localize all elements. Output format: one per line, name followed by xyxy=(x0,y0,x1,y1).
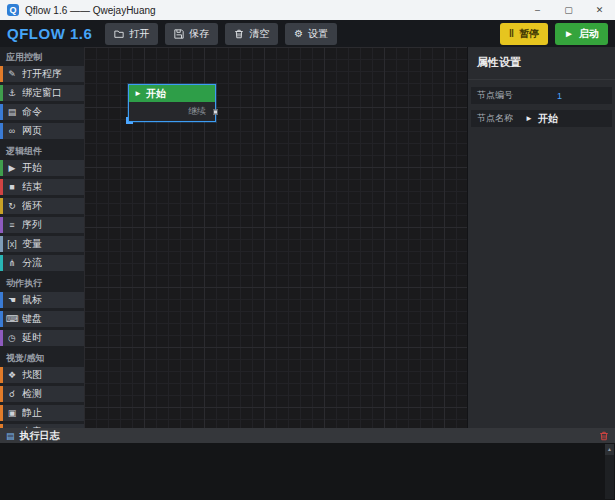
sidebar-item-label: 分流 xyxy=(22,256,42,270)
log-output[interactable]: ▲ xyxy=(0,443,615,500)
folder-open-icon xyxy=(114,29,124,39)
properties-panel-title: 属性设置 xyxy=(468,53,615,80)
pause-button[interactable]: ‖ 暂停 xyxy=(500,23,548,45)
properties-panel: 属性设置 节点编号 1 节点名称 ► 开始 xyxy=(467,47,615,428)
clear-log-button[interactable] xyxy=(599,431,609,441)
settings-button-label: 设置 xyxy=(308,27,328,41)
window-controls: – ▢ ✕ xyxy=(522,0,615,20)
node-id-label: 节点编号 xyxy=(477,89,513,102)
node-id-value: 1 xyxy=(557,91,562,101)
save-icon xyxy=(174,29,184,39)
sidebar-item-label: 打开程序 xyxy=(22,67,62,81)
sidebar-item-label: 循环 xyxy=(22,199,42,213)
toolbar: QFLOW 1.6 打开 保存 清空 ⚙ 设置 ‖ 暂停 xyxy=(0,20,615,47)
clear-button[interactable]: 清空 xyxy=(225,23,278,45)
list-icon: ≡ xyxy=(6,220,18,230)
sidebar-item-label: 检测 xyxy=(22,387,42,401)
settings-button[interactable]: ⚙ 设置 xyxy=(285,23,337,45)
mouse-pointer-icon: ☚ xyxy=(6,295,18,305)
component-sidebar: 应用控制 ✎ 打开程序 ⚓ 绑定窗口 ▤ 命令 ∞ 网页 逻辑组件 ▶ 开始 xyxy=(0,47,84,428)
main-area: 应用控制 ✎ 打开程序 ⚓ 绑定窗口 ▤ 命令 ∞ 网页 逻辑组件 ▶ 开始 xyxy=(0,47,615,428)
start-node-body: 继续 xyxy=(129,102,215,121)
variable-icon: [x] xyxy=(6,239,18,249)
node-title: 开始 xyxy=(146,87,166,101)
anchor-icon: ⚓ xyxy=(6,88,18,98)
node-name-field[interactable]: 节点名称 ► 开始 xyxy=(471,110,612,127)
close-button[interactable]: ✕ xyxy=(584,0,615,20)
start-node-header: ► 开始 xyxy=(129,85,215,102)
start-node[interactable]: ► 开始 继续 xyxy=(128,84,216,122)
sidebar-item-command[interactable]: ▤ 命令 xyxy=(0,104,84,120)
pause-icon: ‖ xyxy=(509,29,514,39)
app-icon: Q xyxy=(7,4,19,16)
sidebar-item-label: 开始 xyxy=(22,161,42,175)
section-header-actions: 动作执行 xyxy=(0,274,84,292)
sidebar-item-keyboard[interactable]: ⌨ 键盘 xyxy=(0,311,84,327)
minimize-button[interactable]: – xyxy=(522,0,553,20)
node-id-field[interactable]: 节点编号 1 xyxy=(471,87,612,104)
section-header-logic: 逻辑组件 xyxy=(0,142,84,160)
keyboard-icon: ⌨ xyxy=(6,314,18,324)
selection-handle xyxy=(126,117,133,124)
pause-button-label: 暂停 xyxy=(519,27,539,41)
still-icon: ▣ xyxy=(6,408,18,418)
node-name-value: 开始 xyxy=(538,112,558,126)
flow-canvas[interactable]: ► 开始 继续 xyxy=(84,47,467,428)
log-header-bar: ▤ 执行日志 xyxy=(0,428,615,443)
sidebar-item-start[interactable]: ▶ 开始 xyxy=(0,160,84,176)
branch-icon: ⋔ xyxy=(6,258,18,268)
sidebar-item-still[interactable]: ▣ 静止 xyxy=(0,405,84,421)
image-icon: ❖ xyxy=(6,370,18,380)
sidebar-item-mouse[interactable]: ☚ 鼠标 xyxy=(0,292,84,308)
sidebar-item-delay[interactable]: ◷ 延时 xyxy=(0,330,84,346)
maximize-button[interactable]: ▢ xyxy=(553,0,584,20)
save-button[interactable]: 保存 xyxy=(165,23,218,45)
clock-icon: ◷ xyxy=(6,333,18,343)
sidebar-item-open-program[interactable]: ✎ 打开程序 xyxy=(0,66,84,82)
sidebar-item-label: 网页 xyxy=(22,124,42,138)
save-button-label: 保存 xyxy=(189,27,209,41)
section-header-app-control: 应用控制 xyxy=(0,48,84,66)
sidebar-item-label: 静止 xyxy=(22,406,42,420)
start-button-label: 启动 xyxy=(579,27,599,41)
link-icon: ∞ xyxy=(6,126,18,136)
section-header-perception: 视觉/感知 xyxy=(0,349,84,367)
sidebar-item-label: 延时 xyxy=(22,331,42,345)
node-name-label: 节点名称 xyxy=(477,112,513,125)
sidebar-item-label: 绑定窗口 xyxy=(22,86,62,100)
sidebar-item-branch[interactable]: ⋔ 分流 xyxy=(0,255,84,271)
app-logo: QFLOW 1.6 xyxy=(7,25,92,42)
sidebar-item-label: 鼠标 xyxy=(22,293,42,307)
pen-icon: ✎ xyxy=(6,69,18,79)
sidebar-item-label: 序列 xyxy=(22,218,42,232)
qflow-window: Q Qflow 1.6 —— QwejayHuang – ▢ ✕ QFLOW 1… xyxy=(0,0,615,500)
sidebar-item-label: 键盘 xyxy=(22,312,42,326)
play-icon: ► xyxy=(564,29,574,39)
sidebar-item-sequence[interactable]: ≡ 序列 xyxy=(0,217,84,233)
sidebar-item-label: 变量 xyxy=(22,237,42,251)
open-button-label: 打开 xyxy=(129,27,149,41)
sidebar-item-end[interactable]: ■ 结束 xyxy=(0,179,84,195)
open-button[interactable]: 打开 xyxy=(105,23,158,45)
play-icon: ▶ xyxy=(6,163,18,173)
sidebar-item-bind-window[interactable]: ⚓ 绑定窗口 xyxy=(0,85,84,101)
sidebar-item-label: 找图 xyxy=(22,368,42,382)
sidebar-item-loop[interactable]: ↻ 循环 xyxy=(0,198,84,214)
log-scrollbar[interactable]: ▲ xyxy=(605,444,614,499)
titlebar: Q Qflow 1.6 —— QwejayHuang – ▢ ✕ xyxy=(0,0,615,20)
clear-button-label: 清空 xyxy=(249,27,269,41)
sidebar-item-find-image[interactable]: ❖ 找图 xyxy=(0,367,84,383)
sidebar-item-variable[interactable]: [x] 变量 xyxy=(0,236,84,252)
start-button[interactable]: ► 启动 xyxy=(555,23,608,45)
gear-icon: ⚙ xyxy=(294,29,303,39)
scroll-up-icon[interactable]: ▲ xyxy=(605,444,614,455)
log-title: 执行日志 xyxy=(20,429,60,443)
log-icon: ▤ xyxy=(6,431,15,441)
output-port[interactable] xyxy=(213,109,218,114)
window-title: Qflow 1.6 —— QwejayHuang xyxy=(25,5,156,16)
magnifier-icon: ☌ xyxy=(6,389,18,399)
play-icon: ► xyxy=(525,114,533,123)
sidebar-item-detect[interactable]: ☌ 检测 xyxy=(0,386,84,402)
sidebar-item-webpage[interactable]: ∞ 网页 xyxy=(0,123,84,139)
loop-icon: ↻ xyxy=(6,201,18,211)
